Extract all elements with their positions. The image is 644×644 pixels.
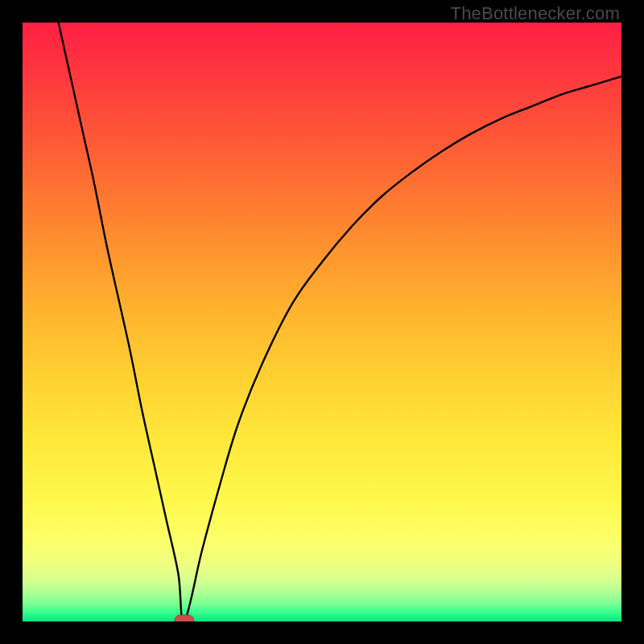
optimal-point-marker	[175, 615, 194, 621]
bottleneck-plot	[23, 23, 621, 621]
chart-frame	[23, 23, 621, 621]
bottleneck-curve	[59, 23, 621, 621]
attribution-label: TheBottlenecker.com	[451, 3, 620, 24]
svg-rect-0	[175, 615, 194, 621]
